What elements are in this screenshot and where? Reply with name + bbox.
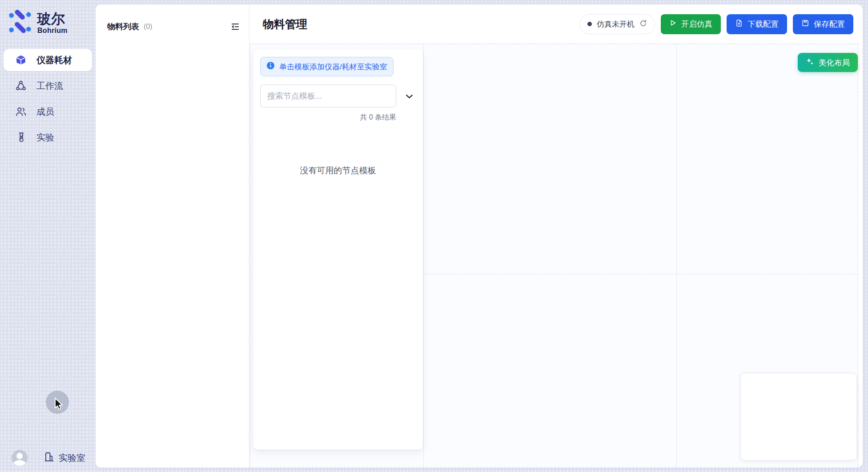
sidebar-item-label: 仪器耗材 [36,54,72,66]
template-search-input[interactable] [260,84,396,108]
material-list-count: (0) [144,23,153,31]
main-column: 物料管理 仿真未开机 开启仿真 [249,4,863,468]
status-dot-icon [587,22,592,26]
members-icon [15,106,27,117]
collapse-panel-icon[interactable] [230,22,240,32]
minimap[interactable] [740,373,857,460]
template-search-row [260,84,416,108]
canvas-grid-line [423,44,424,468]
file-download-icon [735,19,743,29]
brand-subtitle: Bohrium [37,27,68,35]
material-list-title: 物料列表 [107,21,139,32]
sidebar: 玻尔 Bohrium 仪器耗材 [0,0,96,472]
template-panel: 单击模板添加仪器/耗材至实验室 共 0 条结果 没有可用的节点模板 [253,50,423,450]
hint-banner-text: 单击模板添加仪器/耗材至实验室 [279,62,387,72]
save-config-button[interactable]: 保存配置 [793,14,853,34]
chevron-down-icon[interactable] [405,92,414,101]
lab-label: 实验室 [59,452,85,464]
download-config-label: 下载配置 [747,19,779,29]
bohrium-logo-icon [8,10,32,36]
main-card: 物料列表 (0) 物料管理 仿真未开机 [96,4,863,468]
topbar: 物料管理 仿真未开机 开启仿真 [249,4,863,44]
info-icon [266,61,275,72]
sidebar-item-instruments[interactable]: 仪器耗材 [4,49,92,71]
app-root: { "brand": { "name": "玻尔", "subtitle": "… [0,0,868,472]
lab-switcher[interactable]: 实验室 [44,452,85,464]
sidebar-item-label: 实验 [36,132,54,144]
simulation-status-pill[interactable]: 仿真未开机 [579,14,655,34]
empty-state-message: 没有可用的节点模板 [260,165,416,176]
save-config-label: 保存配置 [814,19,845,29]
page-title: 物料管理 [263,17,307,32]
save-icon [801,19,809,29]
start-simulation-label: 开启仿真 [681,19,712,29]
sidebar-item-experiments[interactable]: 实验 [4,126,92,148]
results-count: 共 0 条结果 [260,113,396,122]
sidebar-item-workflow[interactable]: 工作流 [4,75,92,97]
download-config-button[interactable]: 下载配置 [727,14,787,34]
sidebar-item-label: 工作流 [36,80,63,92]
beautify-layout-button[interactable]: 美化布局 [798,53,858,72]
sidebar-item-members[interactable]: 成员 [4,100,92,123]
brand-logo: 玻尔 Bohrium [0,0,96,36]
material-list-panel: 物料列表 (0) [96,4,249,468]
sparkles-icon [806,57,814,68]
refresh-icon[interactable] [639,20,647,29]
beautify-layout-label: 美化布局 [819,57,850,68]
play-icon [669,19,677,29]
sidebar-item-label: 成员 [36,106,54,118]
building-icon [44,452,54,464]
experiment-icon [15,132,27,143]
simulation-status-label: 仿真未开机 [597,19,635,29]
canvas-grid-line [676,44,677,468]
start-simulation-button[interactable]: 开启仿真 [661,14,721,34]
sidebar-footer: 实验室 [0,450,96,466]
sidebar-nav: 仪器耗材 工作流 成员 [0,49,96,148]
workflow-icon [15,80,27,92]
cube-icon [15,54,27,66]
brand-name: 玻尔 [37,12,68,27]
flow-canvas[interactable]: 单击模板添加仪器/耗材至实验室 共 0 条结果 没有可用的节点模板 [250,44,858,468]
hint-banner: 单击模板添加仪器/耗材至实验室 [260,57,394,76]
user-avatar[interactable] [12,450,28,466]
